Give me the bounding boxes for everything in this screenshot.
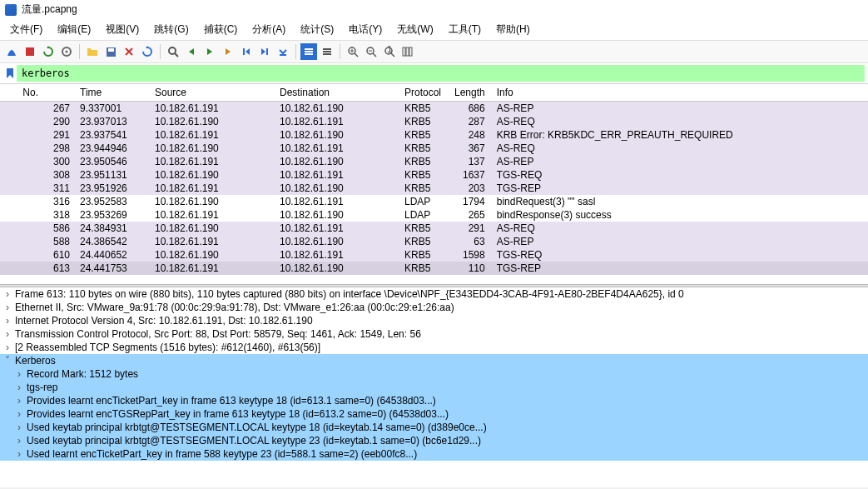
toolbar-separator bbox=[340, 44, 340, 59]
packet-row[interactable]: 29123.93754110.182.61.19110.182.61.190KR… bbox=[0, 128, 868, 142]
menu-analyze[interactable]: 分析(A) bbox=[246, 21, 292, 38]
detail-line[interactable]: ›Used learnt encTicketPart_key in frame … bbox=[0, 447, 868, 461]
detail-line[interactable]: ›Provides learnt encTicketPart_key in fr… bbox=[0, 394, 868, 407]
save-file-icon[interactable] bbox=[102, 43, 119, 60]
col-header-time[interactable]: Time bbox=[75, 84, 150, 102]
menu-tools[interactable]: 工具(T) bbox=[442, 21, 488, 38]
detail-line[interactable]: ›[2 Reassembled TCP Segments (1516 bytes… bbox=[0, 341, 868, 354]
packet-row[interactable]: 31123.95192610.182.61.19110.182.61.190KR… bbox=[0, 182, 868, 195]
detail-text: Used keytab principal krbtgt@TESTSEGMENT… bbox=[27, 435, 481, 447]
col-header-no[interactable]: No. bbox=[0, 84, 42, 102]
svg-rect-0 bbox=[26, 47, 34, 56]
window-title: 流量.pcapng bbox=[22, 2, 77, 17]
autoscroll-icon[interactable] bbox=[275, 43, 291, 60]
packet-row[interactable]: 58624.38493110.182.61.19010.182.61.191KR… bbox=[0, 222, 868, 235]
resize-columns-icon[interactable] bbox=[399, 43, 416, 60]
packet-row[interactable]: 31623.95258310.182.61.19010.182.61.191LD… bbox=[0, 195, 868, 208]
zoom-in-icon[interactable] bbox=[345, 43, 361, 60]
prev-packet-icon[interactable] bbox=[183, 43, 200, 60]
auto-scroll-live-icon[interactable] bbox=[319, 43, 335, 60]
detail-line[interactable]: ›tgs-rep bbox=[0, 381, 868, 394]
open-file-icon[interactable] bbox=[84, 43, 101, 60]
menu-help[interactable]: 帮助(H) bbox=[489, 21, 537, 38]
tree-twist-icon[interactable]: › bbox=[15, 368, 23, 380]
col-header-length[interactable]: Length bbox=[449, 84, 492, 102]
svg-rect-28 bbox=[409, 47, 412, 56]
close-file-icon[interactable] bbox=[121, 43, 137, 60]
menu-telephony[interactable]: 电话(Y) bbox=[342, 21, 389, 38]
col-header-source[interactable]: Source bbox=[150, 84, 275, 102]
svg-rect-27 bbox=[406, 47, 409, 56]
packet-row[interactable]: 29023.93701310.182.61.19010.182.61.191KR… bbox=[0, 115, 868, 128]
detail-line[interactable]: ›Provides learnt encTGSRepPart_key in fr… bbox=[0, 407, 868, 421]
tree-twist-icon[interactable]: › bbox=[3, 302, 12, 313]
packet-row[interactable]: 2679.33700110.182.61.19110.182.61.190KRB… bbox=[0, 102, 868, 116]
toolbar-separator bbox=[79, 44, 80, 59]
packet-row[interactable]: 31823.95326910.182.61.19110.182.61.190LD… bbox=[0, 208, 868, 222]
restart-capture-icon[interactable] bbox=[40, 43, 57, 60]
tree-twist-icon[interactable]: › bbox=[15, 395, 23, 407]
tree-twist-icon[interactable]: › bbox=[3, 288, 12, 300]
menu-capture[interactable]: 捕获(C) bbox=[197, 21, 245, 38]
packet-row[interactable]: 61024.44065210.182.61.19010.182.61.191KR… bbox=[0, 248, 868, 262]
menu-go[interactable]: 跳转(G) bbox=[147, 21, 195, 38]
detail-line[interactable]: ›Ethernet II, Src: VMware_9a:91:78 (00:0… bbox=[0, 301, 868, 314]
zoom-reset-icon[interactable]: 1 bbox=[381, 43, 398, 60]
start-capture-icon[interactable] bbox=[3, 43, 20, 60]
menu-stats[interactable]: 统计(S) bbox=[294, 21, 340, 38]
detail-line[interactable]: ›Record Mark: 1512 bytes bbox=[0, 367, 868, 381]
display-filter-input[interactable] bbox=[17, 65, 865, 82]
tree-twist-icon[interactable]: › bbox=[3, 315, 12, 327]
packet-list-header[interactable]: No. Time Source Destination Protocol Len… bbox=[0, 84, 868, 102]
filter-bar bbox=[0, 63, 868, 84]
detail-line[interactable]: ˅Kerberos bbox=[0, 354, 868, 367]
detail-line[interactable]: ›Frame 613: 110 bytes on wire (880 bits)… bbox=[0, 287, 868, 301]
col-header-info[interactable]: Info bbox=[492, 84, 868, 102]
packet-row[interactable]: 29823.94494610.182.61.19010.182.61.191KR… bbox=[0, 142, 868, 155]
svg-point-2 bbox=[66, 51, 68, 53]
titlebar: 流量.pcapng bbox=[0, 0, 868, 19]
svg-line-17 bbox=[355, 53, 358, 57]
col-header-destination[interactable]: Destination bbox=[275, 84, 399, 102]
detail-line[interactable]: ›Used keytab principal krbtgt@TESTSEGMEN… bbox=[0, 434, 868, 447]
menu-file[interactable]: 文件(F) bbox=[3, 21, 49, 38]
tree-twist-icon[interactable]: › bbox=[15, 408, 23, 420]
reload-icon[interactable] bbox=[139, 43, 156, 60]
tree-twist-icon[interactable]: › bbox=[15, 382, 23, 393]
packet-list[interactable]: No. Time Source Destination Protocol Len… bbox=[0, 84, 868, 284]
menu-edit[interactable]: 编辑(E) bbox=[51, 21, 97, 38]
stop-capture-icon[interactable] bbox=[22, 43, 38, 60]
packet-row[interactable]: 58824.38654210.182.61.19110.182.61.190KR… bbox=[0, 235, 868, 248]
tree-twist-icon[interactable]: › bbox=[15, 422, 23, 433]
menu-wireless[interactable]: 无线(W) bbox=[390, 21, 439, 38]
svg-rect-12 bbox=[305, 53, 313, 55]
last-packet-icon[interactable] bbox=[256, 43, 273, 60]
detail-line[interactable]: ›Internet Protocol Version 4, Src: 10.18… bbox=[0, 314, 868, 327]
tree-twist-icon[interactable]: › bbox=[15, 435, 23, 447]
detail-text: [2 Reassembled TCP Segments (1516 bytes)… bbox=[15, 342, 320, 353]
packet-details[interactable]: ›Frame 613: 110 bytes on wire (880 bits)… bbox=[0, 287, 868, 487]
filter-bookmark-icon[interactable] bbox=[3, 67, 17, 80]
colorize-icon[interactable] bbox=[300, 43, 317, 60]
detail-line[interactable]: ›Transmission Control Protocol, Src Port… bbox=[0, 327, 868, 341]
find-icon[interactable] bbox=[165, 43, 181, 60]
menu-view[interactable]: 视图(V) bbox=[99, 21, 146, 38]
tree-twist-icon[interactable]: › bbox=[3, 328, 12, 340]
toolbar-separator bbox=[160, 44, 161, 59]
svg-rect-4 bbox=[108, 48, 114, 52]
tree-twist-icon[interactable]: › bbox=[15, 448, 23, 460]
packet-row[interactable]: 30023.95054610.182.61.19110.182.61.190KR… bbox=[0, 155, 868, 168]
packet-row[interactable]: 61324.44175310.182.61.19110.182.61.190KR… bbox=[0, 262, 868, 275]
next-packet-icon[interactable] bbox=[201, 43, 218, 60]
svg-rect-11 bbox=[305, 51, 313, 52]
tree-twist-icon[interactable]: › bbox=[3, 342, 12, 353]
detail-line[interactable]: ›Used keytab principal krbtgt@TESTSEGMEN… bbox=[0, 421, 868, 434]
svg-rect-14 bbox=[323, 51, 331, 52]
goto-packet-icon[interactable] bbox=[220, 43, 236, 60]
capture-options-icon[interactable] bbox=[58, 43, 75, 60]
col-header-protocol[interactable]: Protocol bbox=[399, 84, 449, 102]
tree-twist-icon[interactable]: ˅ bbox=[3, 355, 12, 367]
packet-row[interactable]: 30823.95113110.182.61.19010.182.61.191KR… bbox=[0, 168, 868, 182]
zoom-out-icon[interactable] bbox=[363, 43, 379, 60]
first-packet-icon[interactable] bbox=[238, 43, 255, 60]
